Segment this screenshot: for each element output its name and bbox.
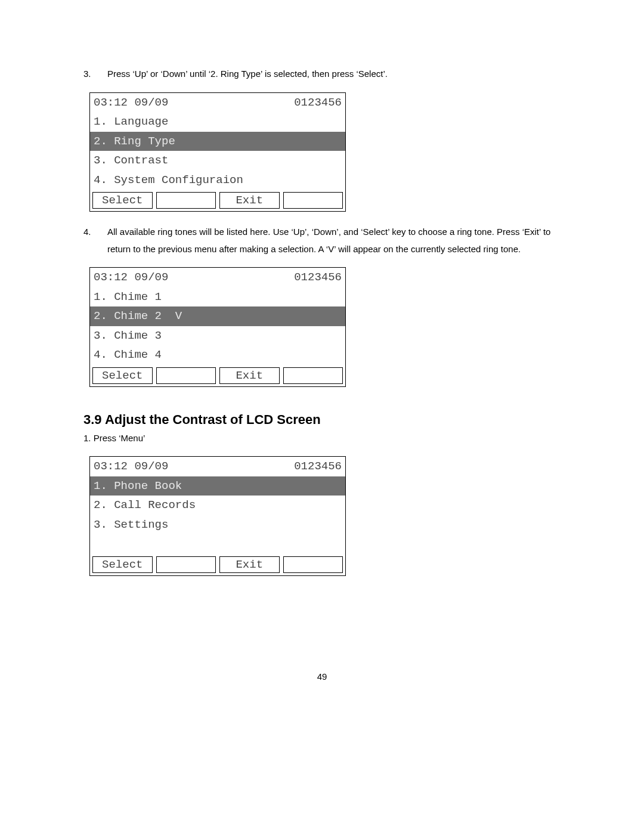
step-3-text: Press ‘Up’ or ‘Down’ until ‘2. Ring Type… xyxy=(107,66,561,83)
softkey-blank-2 xyxy=(283,367,343,384)
softkey-row: Select Exit xyxy=(90,190,345,211)
softkey-exit: Exit xyxy=(219,367,280,384)
lcd-screen-settings-menu: 03:12 09/09 0123456 1. Language 2. Ring … xyxy=(89,92,346,212)
lcd-screen-ring-tone-list: 03:12 09/09 0123456 1. Chime 1 2. Chime … xyxy=(89,267,346,387)
menu-item-call-records: 2. Call Records xyxy=(90,496,345,515)
menu-item-chime-1: 1. Chime 1 xyxy=(90,287,345,307)
softkey-row: Select Exit xyxy=(90,554,345,575)
lcd-id: 0123456 xyxy=(294,458,342,475)
menu-item-chime-2-selected: 2. Chime 2 V xyxy=(90,306,345,326)
softkey-exit: Exit xyxy=(219,556,280,573)
menu-item-chime-3: 3. Chime 3 xyxy=(90,326,345,346)
menu-item-contrast: 3. Contrast xyxy=(90,151,345,171)
menu-item-language: 1. Language xyxy=(90,112,345,132)
step-4-text: All available ring tones will be listed … xyxy=(107,224,561,258)
softkey-select: Select xyxy=(92,556,153,573)
lcd-time: 03:12 09/09 xyxy=(94,269,168,286)
menu-item-blank-line xyxy=(90,534,345,554)
softkey-blank-2 xyxy=(283,556,343,573)
softkey-blank-1 xyxy=(156,556,216,573)
menu-item-settings: 3. Settings xyxy=(90,515,345,535)
lcd-header: 03:12 09/09 0123456 xyxy=(90,268,345,287)
step-3: 3. Press ‘Up’ or ‘Down’ until ‘2. Ring T… xyxy=(83,66,561,83)
page-number: 49 xyxy=(83,671,561,682)
step-4: 4. All available ring tones will be list… xyxy=(83,224,561,258)
softkey-blank-1 xyxy=(156,367,216,384)
lcd-header: 03:12 09/09 0123456 xyxy=(90,93,345,113)
lcd-id: 0123456 xyxy=(294,269,342,286)
lcd-screen-main-menu: 03:12 09/09 0123456 1. Phone Book 2. Cal… xyxy=(89,456,346,576)
softkey-select: Select xyxy=(92,192,153,209)
lcd-time: 03:12 09/09 xyxy=(94,458,168,475)
step-4-number: 4. xyxy=(83,224,107,241)
softkey-exit: Exit xyxy=(219,192,280,209)
menu-item-system-config: 4. System Configuraion xyxy=(90,171,345,190)
menu-item-ring-type-selected: 2. Ring Type xyxy=(90,132,345,151)
softkey-blank-1 xyxy=(156,192,216,209)
step-1-press-menu: 1. Press ‘Menu’ xyxy=(83,430,561,447)
lcd-time: 03:12 09/09 xyxy=(94,94,168,112)
section-heading-3-9: 3.9 Adjust the Contrast of LCD Screen xyxy=(83,412,561,428)
step-3-number: 3. xyxy=(83,66,107,83)
softkey-select: Select xyxy=(92,367,153,384)
menu-item-phone-book-selected: 1. Phone Book xyxy=(90,476,345,496)
menu-item-chime-4: 4. Chime 4 xyxy=(90,345,345,365)
softkey-row: Select Exit xyxy=(90,365,345,386)
lcd-header: 03:12 09/09 0123456 xyxy=(90,457,345,476)
manual-page: 3. Press ‘Up’ or ‘Down’ until ‘2. Ring T… xyxy=(0,0,644,705)
softkey-blank-2 xyxy=(283,192,343,209)
lcd-id: 0123456 xyxy=(294,94,342,112)
